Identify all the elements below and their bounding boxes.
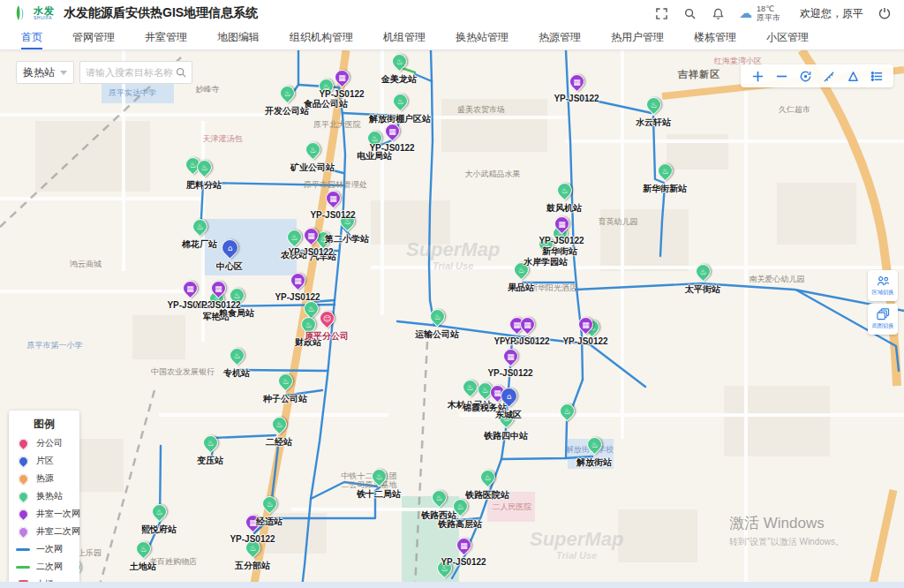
app-header: 水发 SHUIFA 水发能源盾安供热GIS地理信息系统 bbox=[0, 0, 904, 26]
search-category-dropdown[interactable]: 换热站 bbox=[16, 61, 74, 84]
marker-label: 新华街新站 bbox=[643, 183, 687, 195]
map-place-label: 育英幼儿园 bbox=[599, 216, 638, 228]
tab-10[interactable]: 小区管理 bbox=[766, 26, 809, 49]
chevron-down-icon bbox=[60, 71, 67, 75]
marker-label: 二经站 bbox=[266, 436, 292, 449]
map-place-label: 原平市第一小学 bbox=[27, 340, 83, 351]
bell-icon[interactable] bbox=[711, 6, 725, 20]
marker-label: 太平街站 bbox=[685, 283, 720, 296]
measure-icon[interactable] bbox=[820, 67, 838, 85]
marker-label: 金美龙站 bbox=[381, 73, 417, 86]
marker-label: 水岸学园站 bbox=[524, 256, 568, 268]
tab-7[interactable]: 热源管理 bbox=[539, 26, 581, 49]
marker-label: 铁路高层站 bbox=[438, 518, 482, 531]
marker-label: YP-JS0122 bbox=[554, 94, 599, 103]
nav-tabs: 首页管网管理井室管理地图编辑组织机构管理机组管理换热站管理热源管理热用户管理楼栋… bbox=[0, 26, 904, 50]
zoom-in-icon[interactable] bbox=[749, 67, 766, 85]
tab-2[interactable]: 井室管理 bbox=[145, 26, 187, 49]
marker-label: YP-JS0122 bbox=[275, 292, 320, 302]
welcome-text: 欢迎您，原平 bbox=[800, 6, 863, 21]
app-window: 水发 SHUIFA 水发能源盾安供热GIS地理信息系统 bbox=[0, 0, 904, 588]
map-place-label: 大小武精品水果 bbox=[465, 169, 521, 180]
map-place-label: 南关爱心幼儿园 bbox=[750, 274, 805, 285]
logout-icon[interactable] bbox=[878, 6, 892, 20]
marker-label: 鼓风机站 bbox=[546, 202, 582, 215]
search-category-value: 换热站 bbox=[23, 65, 55, 80]
marker-label: 五分部站 bbox=[235, 560, 270, 572]
search-submit-icon[interactable] bbox=[176, 67, 186, 78]
layer-list-icon[interactable] bbox=[868, 67, 885, 85]
marker-label: YP-JS0122 bbox=[310, 210, 355, 220]
marker-label: 开发公司站 bbox=[265, 105, 309, 117]
map-place-label: 二人民医院 bbox=[493, 501, 532, 513]
marker-label: 专机站 bbox=[223, 367, 250, 380]
layers-icon bbox=[877, 308, 890, 320]
search-input[interactable] bbox=[86, 67, 176, 78]
map-canvas[interactable]: 原平实达中学妙峰寺吉祥新区红海棠湾小区原平北大医院原平市园林管理处天津灌汤包中国… bbox=[0, 50, 904, 588]
tab-3[interactable]: 地图编辑 bbox=[217, 26, 260, 49]
legend-pin-icon bbox=[16, 454, 30, 468]
map-place-label: 鸿云商城 bbox=[70, 259, 102, 270]
region-switch-button[interactable]: 区域切换 bbox=[868, 270, 898, 301]
search-input-box bbox=[79, 61, 192, 84]
marker-label: 矿业公司站 bbox=[290, 162, 335, 174]
legend-pin-icon bbox=[16, 489, 30, 503]
tab-9[interactable]: 楼栋管理 bbox=[694, 26, 736, 49]
logo-en-text: SHUIFA bbox=[34, 16, 55, 20]
legend-item-3: 换热站 bbox=[16, 490, 72, 502]
marker-label: 中心区 bbox=[216, 260, 243, 273]
marker-label: 运输公司站 bbox=[415, 328, 459, 341]
region-switch-label: 区域切换 bbox=[871, 288, 893, 296]
legend-pin-icon bbox=[16, 524, 30, 539]
tab-4[interactable]: 组织机构管理 bbox=[290, 26, 353, 49]
marker-label: 棉花厂站 bbox=[182, 238, 217, 251]
tab-1[interactable]: 管网管理 bbox=[72, 26, 115, 49]
marker-label: 变压站 bbox=[197, 455, 223, 467]
legend-item-6: 一次网 bbox=[16, 543, 72, 555]
basemap-switch-label: 底图切换 bbox=[871, 322, 893, 330]
legend-items: 分公司片区热源换热站井室一次网井室二次网一次网二次网大楼 bbox=[16, 437, 72, 588]
fullscreen-icon[interactable] bbox=[654, 6, 668, 20]
marker-label: YP-JS0122 bbox=[369, 143, 414, 153]
legend-pin-icon bbox=[16, 507, 30, 521]
weather-temp: 18℃ bbox=[757, 4, 780, 13]
marker-label: 第二小学站 bbox=[325, 233, 369, 245]
marker-label: YP-JS0122 bbox=[319, 89, 364, 99]
tab-8[interactable]: 热用户管理 bbox=[611, 26, 664, 49]
legend-line-icon bbox=[16, 548, 30, 551]
weather-city: 原平市 bbox=[757, 13, 780, 22]
tab-5[interactable]: 机组管理 bbox=[383, 26, 426, 49]
marker-label: YP-JS0122 bbox=[288, 247, 333, 257]
marker-label: 东城区 bbox=[495, 409, 522, 421]
marker-label: YP-JS0122 bbox=[504, 336, 549, 346]
marker-label: 种子公司站 bbox=[263, 393, 307, 405]
marker-label: 原平分公司 bbox=[305, 330, 349, 343]
marker-label: 铁路医院站 bbox=[465, 489, 509, 501]
zoom-out-icon[interactable] bbox=[772, 67, 790, 85]
marker-label: 食品公司站 bbox=[304, 98, 348, 110]
map-place-label: 吉祥新区 bbox=[678, 68, 720, 81]
marker-label: 水云轩站 bbox=[636, 117, 671, 129]
map-place-label: 盛美农贸市场 bbox=[457, 104, 505, 116]
reset-view-icon[interactable] bbox=[796, 67, 814, 85]
marker-label: 解放街站 bbox=[576, 456, 612, 469]
marker-label: 铁十二局站 bbox=[357, 488, 401, 501]
tab-0[interactable]: 首页 bbox=[21, 26, 42, 49]
tab-6[interactable]: 换热站管理 bbox=[456, 26, 508, 49]
map-watermark: SuperMapTrial Use bbox=[530, 530, 623, 561]
cloud-icon: ☁ bbox=[739, 5, 752, 21]
draw-icon[interactable] bbox=[844, 67, 862, 85]
marker-label: 肥料分站 bbox=[186, 179, 222, 192]
search-icon[interactable] bbox=[682, 6, 697, 20]
map-place-label: 原平市园林管理处 bbox=[304, 179, 367, 191]
map-place-label: 新华阳光酒店 bbox=[530, 283, 577, 294]
map-place-label: 原平实达中学 bbox=[109, 87, 156, 99]
page-title: 水发能源盾安供热GIS地理信息系统 bbox=[64, 5, 258, 21]
legend-line-icon bbox=[16, 566, 30, 569]
basemap-switch-button[interactable]: 底图切换 bbox=[868, 304, 898, 335]
marker-label: YP-JS0122 bbox=[562, 336, 607, 346]
marker-label: 解放街棚户区站 bbox=[369, 113, 431, 125]
marker-label: 经适站 bbox=[256, 516, 282, 528]
legend-pin-icon bbox=[16, 471, 30, 486]
marker-label: YP-JS0122 bbox=[539, 236, 584, 245]
